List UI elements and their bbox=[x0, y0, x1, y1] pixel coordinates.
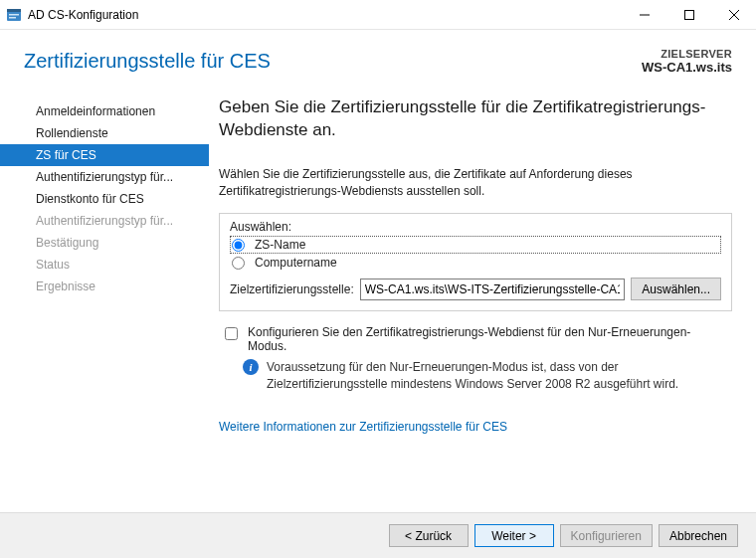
sidebar: Anmeldeinformationen Rollendienste ZS fü… bbox=[0, 87, 209, 504]
maximize-button[interactable] bbox=[666, 0, 711, 29]
configure-button: Konfigurieren bbox=[560, 524, 653, 547]
sidebar-item-progress: Status bbox=[0, 254, 209, 276]
content-description: Wählen Sie die Zertifizierungsstelle aus… bbox=[219, 166, 732, 200]
svg-rect-3 bbox=[9, 17, 16, 19]
close-button[interactable] bbox=[711, 0, 756, 29]
back-button[interactable]: < Zurück bbox=[389, 524, 469, 547]
select-ca-button[interactable]: Auswählen... bbox=[631, 278, 721, 300]
radio-computer-name[interactable] bbox=[232, 257, 245, 270]
sidebar-item-service-account[interactable]: Dienstkonto für CES bbox=[0, 188, 209, 210]
sidebar-item-credentials[interactable]: Anmeldeinformationen bbox=[0, 100, 209, 122]
target-server-label: ZIELSERVER bbox=[642, 48, 732, 60]
wizard-footer: < Zurück Weiter > Konfigurieren Abbreche… bbox=[0, 512, 756, 558]
sidebar-item-ca-for-ces[interactable]: ZS für CES bbox=[0, 144, 209, 166]
svg-rect-1 bbox=[7, 9, 21, 12]
target-server-block: ZIELSERVER WS-CA1.ws.its bbox=[642, 48, 732, 75]
renewal-only-label: Konfigurieren Sie den Zertifikatregistri… bbox=[248, 325, 728, 353]
sidebar-item-role-services[interactable]: Rollendienste bbox=[0, 122, 209, 144]
sidebar-item-auth-type-2: Authentifizierungstyp für... bbox=[0, 210, 209, 232]
radio-computer-name-row[interactable]: Computername bbox=[230, 254, 721, 272]
renewal-info-text: Voraussetzung für den Nur-Erneuerungen-M… bbox=[267, 359, 728, 391]
svg-rect-5 bbox=[684, 10, 693, 19]
renewal-only-row[interactable]: Konfigurieren Sie den Zertifikatregistri… bbox=[219, 325, 732, 353]
app-icon bbox=[6, 7, 22, 23]
window-buttons bbox=[622, 0, 756, 29]
cancel-button[interactable]: Abbrechen bbox=[659, 524, 738, 547]
wizard-body: Anmeldeinformationen Rollendienste ZS fü… bbox=[0, 87, 756, 504]
sidebar-item-confirmation: Bestätigung bbox=[0, 232, 209, 254]
svg-rect-2 bbox=[9, 14, 19, 16]
sidebar-item-auth-type-1[interactable]: Authentifizierungstyp für... bbox=[0, 166, 209, 188]
target-server-value: WS-CA1.ws.its bbox=[642, 60, 732, 75]
content-pane: Geben Sie die Zertifizierungsstelle für … bbox=[209, 87, 756, 504]
minimize-button[interactable] bbox=[622, 0, 666, 29]
info-icon: i bbox=[243, 359, 259, 375]
target-ca-label: Zielzertifizierungsstelle: bbox=[230, 282, 354, 296]
titlebar: AD CS-Konfiguration bbox=[0, 0, 756, 30]
radio-ca-name-row[interactable]: ZS-Name bbox=[230, 236, 721, 254]
target-ca-input[interactable] bbox=[360, 279, 626, 300]
radio-ca-name[interactable] bbox=[232, 239, 245, 252]
content-heading: Geben Sie die Zertifizierungsstelle für … bbox=[219, 96, 732, 142]
renewal-info-row: i Voraussetzung für den Nur-Erneuerungen… bbox=[219, 353, 732, 391]
radio-computer-name-label: Computername bbox=[255, 256, 337, 270]
window-title: AD CS-Konfiguration bbox=[28, 8, 622, 22]
wizard-header: Zertifizierungsstelle für CES ZIELSERVER… bbox=[0, 30, 756, 87]
radio-ca-name-label: ZS-Name bbox=[255, 238, 305, 252]
page-title: Zertifizierungsstelle für CES bbox=[24, 50, 732, 73]
select-ca-group: Auswählen: ZS-Name Computername Zielzert… bbox=[219, 213, 732, 311]
renewal-only-checkbox[interactable] bbox=[225, 327, 238, 340]
more-info-link[interactable]: Weitere Informationen zur Zertifizierung… bbox=[219, 420, 507, 434]
next-button[interactable]: Weiter > bbox=[474, 524, 554, 547]
target-ca-row: Zielzertifizierungsstelle: Auswählen... bbox=[230, 278, 721, 300]
group-legend: Auswählen: bbox=[230, 220, 721, 234]
sidebar-item-results: Ergebnisse bbox=[0, 276, 209, 297]
